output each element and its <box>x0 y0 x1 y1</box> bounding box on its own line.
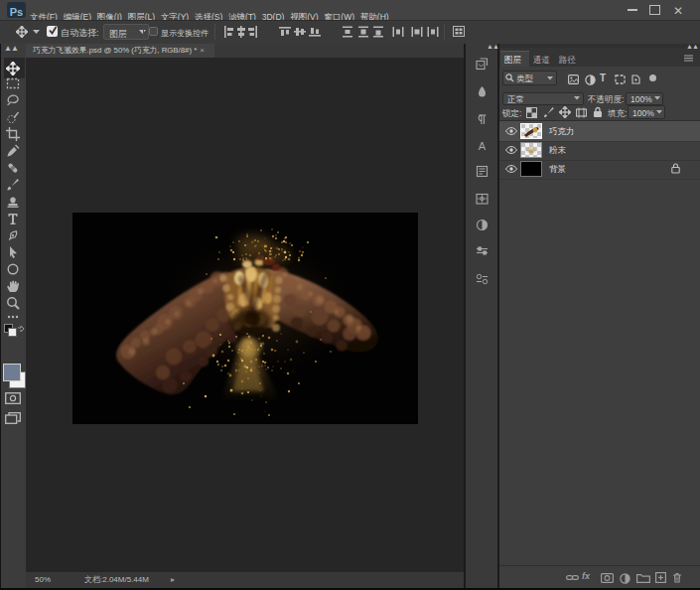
svg-text:A: A <box>479 140 487 152</box>
